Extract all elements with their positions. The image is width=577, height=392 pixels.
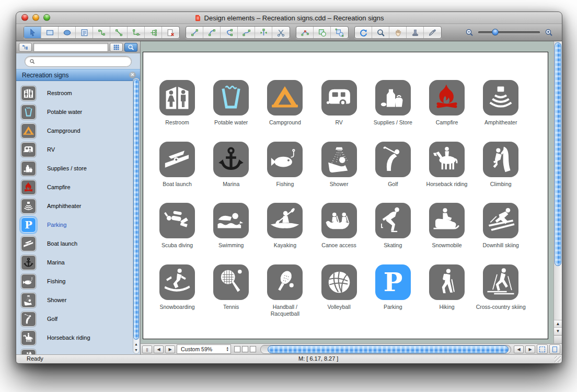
palette-item[interactable]: Parking <box>366 264 420 310</box>
sidebar-search[interactable] <box>25 56 132 67</box>
zoom-tool-button[interactable] <box>372 27 389 38</box>
sidebar-item-boat-launch[interactable]: Boat launch <box>21 234 140 253</box>
sidebar-item-campground[interactable]: Campground <box>21 121 140 140</box>
palette-item[interactable]: Handball / Racquetball <box>258 264 312 317</box>
group-tool-button[interactable] <box>331 27 348 38</box>
palette-item[interactable]: Tennis <box>204 264 258 310</box>
page-forward-button[interactable]: ▶ <box>165 345 175 353</box>
drawing-page[interactable]: Restroom Potable water Campground RV Sup… <box>143 52 548 339</box>
split-tool-button[interactable] <box>255 27 272 38</box>
tree-view-button[interactable] <box>19 43 32 52</box>
palette-item[interactable]: Hiking <box>420 264 474 310</box>
palette-item[interactable]: RV <box>312 80 366 126</box>
resize-grip[interactable] <box>555 356 561 362</box>
sidebar-item-shower[interactable]: Shower <box>21 291 140 309</box>
palette-item[interactable]: Boat launch <box>150 142 204 188</box>
scroll-down-icon[interactable]: ▼ <box>133 347 139 353</box>
connector-tool-button[interactable] <box>93 27 110 38</box>
horizontal-scrollbar[interactable] <box>260 345 511 354</box>
curve-tool-button[interactable] <box>221 27 238 38</box>
scroll-right-icon[interactable]: ▶ <box>525 345 535 353</box>
palette-item[interactable]: Marina <box>204 142 258 188</box>
close-window-button[interactable] <box>21 14 28 21</box>
library-panel-header[interactable]: Recreation signs ✕ <box>16 69 140 81</box>
sidebar-item-climbing[interactable]: Climbing <box>21 347 140 354</box>
eyedropper-tool-button[interactable] <box>424 27 441 38</box>
scissors-tool-button[interactable] <box>272 27 290 38</box>
sidebar-scrollbar[interactable]: ▲ ▼ <box>133 78 140 354</box>
palette-item[interactable]: Snowboarding <box>150 264 204 310</box>
palette-item[interactable]: Restroom <box>150 80 204 126</box>
palette-item[interactable]: Scuba diving <box>150 203 204 249</box>
sidebar-item-golf[interactable]: Golf <box>21 309 140 328</box>
palette-item[interactable]: Canoe access <box>312 203 366 249</box>
grid-view-button[interactable] <box>110 43 123 52</box>
page-back-button[interactable]: ◀ <box>154 345 164 353</box>
pan-overview-button[interactable] <box>537 344 548 354</box>
zoom-in-icon[interactable] <box>545 28 553 37</box>
sidebar-item-horseback[interactable]: Horseback riding <box>21 328 140 347</box>
disconnect-tool-button[interactable] <box>162 27 179 38</box>
vertical-scrollbar-thumb[interactable] <box>555 42 561 266</box>
stamp-tool-button[interactable] <box>407 27 424 38</box>
sidebar-item-campfire[interactable]: Campfire <box>21 178 140 197</box>
sidebar-item-amphitheater[interactable]: Amphitheater <box>21 197 140 215</box>
view-mode-2-button[interactable] <box>242 346 248 352</box>
splitter-handle[interactable]: || <box>142 345 152 353</box>
view-mode-3-button[interactable] <box>250 346 256 352</box>
sidebar-item-restroom[interactable]: Restroom <box>21 84 140 102</box>
vertical-scrollbar[interactable]: ▲ ▼ <box>553 41 562 343</box>
sidebar-item-rv[interactable]: RV <box>21 140 140 159</box>
scroll-down-icon[interactable]: ▼ <box>554 327 562 335</box>
sidebar-item-marina[interactable]: Marina <box>21 253 140 272</box>
line-tool-button[interactable] <box>186 27 203 38</box>
reshape-tool-button[interactable] <box>296 27 314 38</box>
sidebar-item-parking[interactable]: Parking <box>21 215 140 234</box>
select-tool-button[interactable] <box>24 27 41 38</box>
sidebar-item-fishing[interactable]: Fishing <box>21 272 140 291</box>
palette-item[interactable]: Volleyball <box>312 264 366 310</box>
ellipse-tool-button[interactable] <box>59 27 76 38</box>
sidebar-item-water[interactable]: Potable water <box>21 102 140 121</box>
view-mode-1-button[interactable] <box>234 346 240 352</box>
palette-item[interactable]: Potable water <box>204 80 258 126</box>
palette-item[interactable]: Kayaking <box>258 203 312 249</box>
search-input[interactable] <box>38 58 127 65</box>
fit-page-button[interactable] <box>549 344 560 354</box>
palette-item[interactable]: Campground <box>258 80 312 126</box>
combine-tool-button[interactable] <box>314 27 331 38</box>
library-name-field[interactable] <box>33 43 108 52</box>
zoom-level-select[interactable]: Custom 59% ▲▼ <box>177 344 231 354</box>
rectangle-tool-button[interactable] <box>41 27 59 38</box>
search-view-button[interactable] <box>124 43 137 52</box>
sidebar-scrollbar-thumb[interactable] <box>133 79 139 340</box>
sidebar-item-supplies[interactable]: Supplies / store <box>21 159 140 178</box>
palette-item[interactable]: Campfire <box>420 80 474 126</box>
direct-connector-tool-button[interactable] <box>110 27 128 38</box>
horizontal-scrollbar-thumb[interactable] <box>268 345 509 353</box>
bezier-tool-button[interactable] <box>238 27 255 38</box>
text-tool-button[interactable] <box>76 27 93 38</box>
scroll-left-icon[interactable]: ◀ <box>514 345 524 353</box>
palette-item[interactable]: Cross-country skiing <box>474 264 528 310</box>
smart-connector-tool-button[interactable] <box>128 27 145 38</box>
scroll-up-icon[interactable]: ▲ <box>554 320 562 328</box>
palette-item[interactable]: Skating <box>366 203 420 249</box>
palette-item[interactable]: Snowmobile <box>420 203 474 249</box>
palette-item[interactable]: Climbing <box>474 142 528 188</box>
zoom-slider[interactable] <box>478 31 540 33</box>
scroll-up-icon[interactable]: ▲ <box>133 341 139 347</box>
hand-tool-button[interactable] <box>389 27 407 38</box>
zoom-stepper[interactable]: ▲▼ <box>226 347 229 352</box>
zoom-out-icon[interactable] <box>465 28 474 37</box>
palette-item[interactable]: Swimming <box>204 203 258 249</box>
close-icon[interactable]: ✕ <box>129 72 136 78</box>
arc-tool-button[interactable] <box>203 27 221 38</box>
palette-item[interactable]: Golf <box>366 142 420 188</box>
palette-item[interactable]: Horseback riding <box>420 142 474 188</box>
palette-item[interactable]: Downhill skiing <box>474 203 528 249</box>
zoom-window-button[interactable] <box>43 14 50 21</box>
tree-connector-tool-button[interactable] <box>145 27 162 38</box>
palette-item[interactable]: Shower <box>312 142 366 188</box>
palette-item[interactable]: Fishing <box>258 142 312 188</box>
